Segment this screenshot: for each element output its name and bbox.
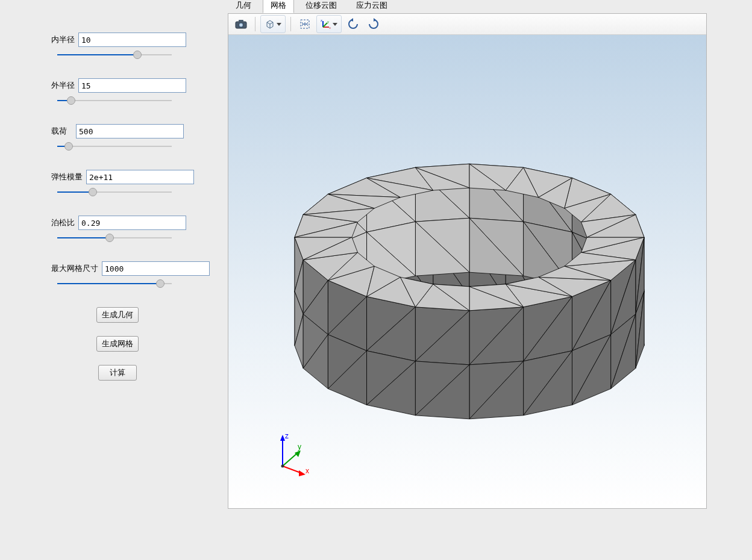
- rotate-cw-button[interactable]: [365, 15, 383, 33]
- max-mesh-slider[interactable]: [57, 279, 172, 288]
- svg-rect-1: [239, 20, 243, 22]
- inner-radius-input[interactable]: [78, 33, 186, 47]
- rotate-cw-icon: [368, 18, 380, 30]
- svg-line-11: [323, 23, 327, 27]
- elastic-modulus-label: 弹性模量: [51, 172, 83, 182]
- elastic-modulus-slider[interactable]: [57, 188, 172, 196]
- svg-marker-15: [351, 18, 353, 22]
- viewer-toolbar: x z y: [228, 14, 706, 35]
- viewport-3d[interactable]: z y x: [228, 35, 706, 508]
- load-slider[interactable]: [57, 142, 172, 151]
- poisson-label: 泊松比: [51, 217, 75, 228]
- slider-thumb[interactable]: [64, 142, 73, 151]
- viewer-frame: x z y: [228, 13, 707, 509]
- slider-thumb[interactable]: [133, 51, 142, 59]
- param-outer-radius: 外半径: [51, 78, 184, 105]
- slider-thumb[interactable]: [89, 188, 97, 196]
- inner-radius-label: 内半径: [51, 34, 75, 45]
- poisson-input[interactable]: [78, 216, 186, 230]
- inner-radius-slider[interactable]: [57, 51, 172, 59]
- outer-radius-label: 外半径: [51, 80, 75, 91]
- load-input[interactable]: [76, 124, 184, 138]
- view-tabs: 几何 网格 位移云图 应力云图: [228, 0, 399, 13]
- poisson-slider[interactable]: [57, 234, 172, 242]
- fit-view-button[interactable]: [296, 15, 314, 33]
- camera-icon: [235, 19, 247, 29]
- tab-mesh[interactable]: 网格: [263, 0, 294, 13]
- load-label: 载荷: [51, 126, 72, 137]
- axes-orientation-icon: x z y: [321, 19, 331, 30]
- max-mesh-input[interactable]: [102, 261, 210, 276]
- rotate-ccw-button[interactable]: [344, 15, 362, 33]
- param-inner-radius: 内半径: [51, 33, 184, 59]
- svg-point-3: [240, 24, 242, 26]
- fit-view-icon: [299, 19, 310, 30]
- slider-thumb[interactable]: [105, 234, 114, 242]
- svg-text:x: x: [329, 26, 331, 30]
- max-mesh-label: 最大网格尺寸: [51, 263, 98, 274]
- parameter-panel: 内半径 外半径 载荷: [51, 33, 184, 381]
- outer-radius-input[interactable]: [78, 78, 186, 93]
- generate-geometry-button[interactable]: 生成几何: [96, 307, 139, 323]
- svg-text:z: z: [321, 19, 322, 22]
- param-load: 载荷: [51, 124, 184, 151]
- camera-snapshot-button[interactable]: [232, 15, 250, 33]
- tab-stress[interactable]: 应力云图: [348, 0, 395, 13]
- slider-thumb[interactable]: [156, 279, 164, 288]
- projection-mode-button[interactable]: [260, 15, 286, 33]
- param-elastic-modulus: 弹性模量: [51, 170, 184, 196]
- rotate-ccw-icon: [347, 18, 359, 30]
- outer-radius-slider[interactable]: [57, 96, 172, 105]
- generate-mesh-button[interactable]: 生成网格: [96, 336, 139, 352]
- mesh-rendering: [228, 35, 706, 508]
- tab-geometry[interactable]: 几何: [228, 0, 259, 13]
- chevron-down-icon: [333, 23, 337, 26]
- compute-button[interactable]: 计算: [98, 365, 137, 381]
- elastic-modulus-input[interactable]: [86, 170, 194, 184]
- param-poisson-ratio: 泊松比: [51, 216, 184, 242]
- svg-text:y: y: [327, 20, 329, 23]
- tab-displacement[interactable]: 位移云图: [298, 0, 345, 13]
- slider-thumb[interactable]: [67, 96, 75, 105]
- svg-marker-16: [374, 18, 376, 22]
- param-max-mesh: 最大网格尺寸: [51, 261, 184, 288]
- axes-orientation-button[interactable]: x z y: [316, 15, 342, 33]
- cube-projection-icon: [265, 19, 275, 30]
- chevron-down-icon: [277, 23, 281, 26]
